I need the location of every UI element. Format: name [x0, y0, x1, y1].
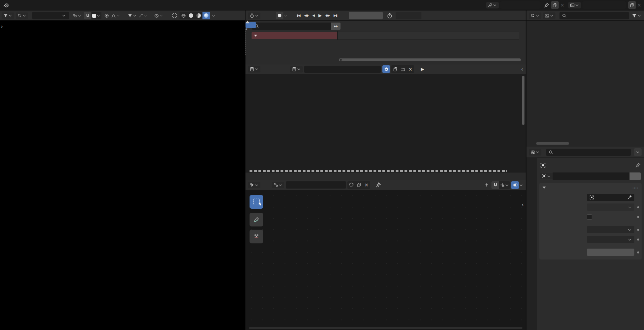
run-script-icon[interactable]: ▶ [419, 65, 426, 73]
scene-type-icon[interactable] [486, 2, 499, 8]
editor-headers: ▮◀ ◀◆ ◀ ▶ ◆▶ ▶▮ [0, 10, 644, 21]
timeline-marker[interactable] [246, 21, 250, 23]
outliner-display-mode-icon[interactable] [543, 12, 555, 19]
parent-type-dropdown[interactable] [587, 203, 634, 211]
animate-dot[interactable] [637, 216, 639, 218]
delete-view-layer-button[interactable]: × [637, 2, 641, 8]
text-file-path-bar [246, 172, 526, 180]
view-layer-name-field[interactable] [582, 1, 626, 9]
render-preview [0, 21, 245, 330]
node-region-chevron[interactable]: ‹ [522, 203, 524, 207]
auto-keying-record-icon[interactable] [276, 12, 283, 19]
scene-name-field[interactable] [500, 1, 541, 9]
annotate-tool[interactable] [250, 213, 263, 226]
next-keyframe-button[interactable]: ◆▶ [326, 14, 330, 17]
jump-to-start-button[interactable]: ▮◀ [297, 14, 300, 17]
new-view-layer-button[interactable] [628, 1, 636, 9]
properties-editor: ∷∷ [526, 147, 644, 330]
open-text-icon[interactable] [399, 65, 407, 73]
box-select-tool[interactable] [250, 195, 263, 209]
parent-object-field[interactable] [587, 194, 634, 201]
new-scene-button[interactable] [551, 1, 559, 9]
play-reverse-button[interactable]: ◀ [312, 14, 314, 17]
text-scrollbar[interactable] [522, 76, 524, 125]
text-datablock-icon[interactable] [290, 66, 303, 73]
properties-header [526, 147, 644, 158]
use-preview-range-icon[interactable] [387, 13, 392, 19]
object-id-icon[interactable] [540, 173, 553, 179]
pin-id-icon[interactable] [635, 162, 641, 168]
proportional-falloff-icon[interactable] [110, 12, 121, 19]
duplicate-text-icon[interactable] [391, 65, 399, 73]
users-count-badge[interactable] [630, 172, 641, 180]
camera-parent-checkbox[interactable] [587, 214, 592, 220]
toolbar-expand-chevron[interactable]: › [1, 25, 3, 29]
knife-cut-tool[interactable] [250, 230, 263, 243]
snap-target-icon[interactable] [91, 12, 101, 19]
text-name-field[interactable] [304, 66, 381, 73]
text-region-chevron[interactable]: ‹ [521, 67, 523, 71]
render-region-icon[interactable] [171, 12, 178, 19]
active-object-selector[interactable] [32, 12, 69, 19]
outliner-editor-type-icon[interactable] [529, 12, 541, 19]
transform-orientation-icon[interactable] [72, 12, 83, 19]
play-button[interactable]: ▶ [318, 13, 321, 18]
pass-index-field[interactable] [587, 249, 634, 256]
relations-panel-header[interactable]: ∷∷ [539, 183, 642, 193]
shading-solid-icon[interactable] [187, 12, 195, 19]
channel-search-input[interactable] [252, 23, 331, 30]
playhead-line[interactable] [246, 29, 246, 55]
timeline-editor-type-icon[interactable] [248, 12, 260, 19]
snap-curve-icon[interactable] [138, 12, 149, 19]
panel-grip[interactable]: ∷∷ [632, 186, 638, 190]
frame-start-field[interactable] [396, 12, 421, 19]
current-frame-field[interactable] [349, 12, 383, 19]
tool-filter-icon[interactable] [2, 12, 14, 19]
shading-rendered-icon[interactable] [202, 12, 210, 19]
proportional-edit-icon[interactable] [103, 12, 110, 19]
gizmo-mode-icon[interactable] [16, 12, 28, 19]
jump-to-end-button[interactable]: ▶▮ [334, 14, 337, 17]
view-layer-type-icon[interactable] [568, 2, 581, 8]
summary-channel[interactable] [252, 32, 344, 39]
outliner-filter-icon[interactable] [632, 13, 637, 19]
properties-search-input[interactable] [546, 149, 631, 156]
3d-viewport[interactable]: › [0, 21, 245, 330]
keyframe-strip[interactable] [337, 31, 519, 40]
animate-dot[interactable] [637, 251, 639, 253]
shading-material-icon[interactable] [195, 12, 202, 19]
text-editor-type-icon[interactable] [248, 66, 260, 73]
properties-breadcrumb [537, 160, 644, 171]
outliner-hscrollbar[interactable] [536, 142, 569, 145]
animate-dot[interactable] [637, 239, 639, 241]
tracking-axis-dropdown[interactable] [587, 226, 634, 233]
properties-editor-type-icon[interactable] [529, 149, 541, 156]
outliner-search-input[interactable] [559, 12, 629, 19]
object-name-field[interactable] [553, 172, 630, 180]
node-graph [246, 180, 526, 330]
timeline-scrollbar[interactable] [339, 58, 521, 61]
pin-scene-icon[interactable] [544, 2, 549, 8]
parent-row [539, 193, 642, 202]
channel-expand-icon[interactable]: ↔ [331, 23, 341, 30]
delete-scene-button[interactable]: × [560, 2, 564, 8]
timeline-header: ▮◀ ◀◆ ◀ ▶ ◆▶ ▶▮ [246, 10, 526, 21]
node-editor-scrollbar[interactable] [249, 327, 522, 329]
relations-panel: ∷∷ [539, 183, 642, 259]
shading-wireframe-icon[interactable] [180, 12, 187, 19]
filter-objects-icon[interactable] [127, 12, 138, 19]
up-axis-dropdown[interactable] [587, 236, 634, 243]
animate-dot[interactable] [637, 229, 639, 231]
tracking-axis-row [539, 225, 642, 235]
eyedropper-icon[interactable] [627, 195, 632, 200]
snap-magnet-icon[interactable] [84, 12, 91, 19]
blender-logo-icon[interactable] [3, 2, 9, 8]
outliner-tree [526, 21, 644, 22]
prev-keyframe-button[interactable]: ◀◆ [304, 14, 308, 17]
pivot-point-icon[interactable] [153, 12, 164, 19]
properties-options-icon[interactable] [634, 148, 642, 156]
blender-window: × × [0, 0, 644, 330]
unlink-text-icon[interactable]: × [407, 65, 414, 73]
register-shield-icon[interactable] [382, 65, 390, 73]
animate-dot[interactable] [637, 206, 639, 208]
